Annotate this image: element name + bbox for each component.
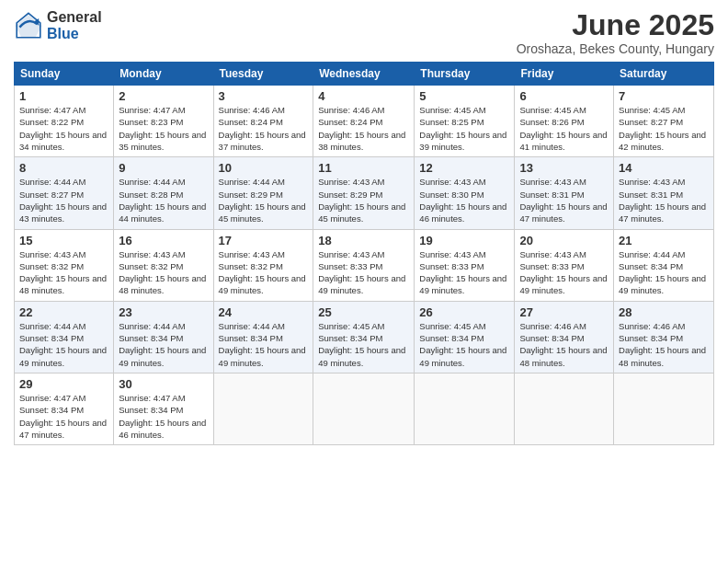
table-cell: 19 Sunrise: 4:43 AMSunset: 8:33 PMDaylig…	[415, 229, 515, 301]
week-row-1: 1 Sunrise: 4:47 AMSunset: 8:22 PMDayligh…	[15, 86, 714, 157]
table-cell: 9 Sunrise: 4:44 AMSunset: 8:28 PMDayligh…	[114, 157, 213, 229]
week-row-4: 22 Sunrise: 4:44 AMSunset: 8:34 PMDaylig…	[15, 301, 714, 373]
svg-marker-0	[16, 15, 42, 37]
day-number: 3	[219, 89, 309, 103]
day-info: Sunrise: 4:47 AMSunset: 8:34 PMDaylight:…	[119, 393, 206, 440]
day-number: 16	[119, 234, 208, 247]
day-info: Sunrise: 4:43 AMSunset: 8:30 PMDaylight:…	[419, 177, 506, 224]
day-number: 17	[219, 234, 309, 247]
day-number: 19	[419, 234, 509, 247]
table-cell: 26 Sunrise: 4:45 AMSunset: 8:34 PMDaylig…	[415, 301, 515, 373]
day-info: Sunrise: 4:43 AMSunset: 8:31 PMDaylight:…	[619, 177, 706, 224]
table-cell: 5 Sunrise: 4:45 AMSunset: 8:25 PMDayligh…	[415, 86, 515, 157]
day-info: Sunrise: 4:43 AMSunset: 8:33 PMDaylight:…	[419, 249, 506, 296]
day-number: 9	[119, 161, 208, 175]
logo-text: General Blue	[47, 9, 102, 41]
day-number: 30	[119, 377, 208, 391]
day-number: 10	[219, 161, 309, 175]
day-info: Sunrise: 4:46 AMSunset: 8:24 PMDaylight:…	[318, 105, 405, 152]
day-info: Sunrise: 4:43 AMSunset: 8:32 PMDaylight:…	[119, 249, 206, 296]
day-info: Sunrise: 4:46 AMSunset: 8:34 PMDaylight:…	[619, 321, 706, 368]
day-info: Sunrise: 4:43 AMSunset: 8:29 PMDaylight:…	[318, 177, 405, 224]
day-number: 26	[419, 305, 509, 319]
table-cell: 30 Sunrise: 4:47 AMSunset: 8:34 PMDaylig…	[114, 373, 213, 444]
day-number: 18	[318, 234, 409, 247]
day-number: 27	[519, 305, 609, 319]
col-monday: Monday	[114, 63, 213, 86]
day-number: 7	[619, 89, 709, 103]
day-number: 4	[318, 89, 409, 103]
table-cell: 6 Sunrise: 4:45 AMSunset: 8:26 PMDayligh…	[515, 86, 614, 157]
day-number: 29	[19, 377, 108, 391]
day-number: 24	[219, 305, 309, 319]
table-cell: 11 Sunrise: 4:43 AMSunset: 8:29 PMDaylig…	[313, 157, 415, 229]
table-cell: 7 Sunrise: 4:45 AMSunset: 8:27 PMDayligh…	[614, 86, 714, 157]
day-info: Sunrise: 4:47 AMSunset: 8:23 PMDaylight:…	[119, 105, 206, 152]
day-info: Sunrise: 4:44 AMSunset: 8:27 PMDaylight:…	[19, 177, 107, 224]
table-cell: 22 Sunrise: 4:44 AMSunset: 8:34 PMDaylig…	[15, 301, 114, 373]
table-cell: 28 Sunrise: 4:46 AMSunset: 8:34 PMDaylig…	[614, 301, 714, 373]
day-info: Sunrise: 4:45 AMSunset: 8:34 PMDaylight:…	[318, 321, 405, 368]
table-cell: 27 Sunrise: 4:46 AMSunset: 8:34 PMDaylig…	[515, 301, 614, 373]
table-cell: 18 Sunrise: 4:43 AMSunset: 8:33 PMDaylig…	[313, 229, 415, 301]
table-cell	[415, 373, 515, 444]
table-cell: 13 Sunrise: 4:43 AMSunset: 8:31 PMDaylig…	[515, 157, 614, 229]
day-info: Sunrise: 4:45 AMSunset: 8:26 PMDaylight:…	[519, 105, 607, 152]
col-wednesday: Wednesday	[313, 63, 415, 86]
col-friday: Friday	[515, 63, 614, 86]
day-info: Sunrise: 4:44 AMSunset: 8:29 PMDaylight:…	[219, 177, 306, 224]
table-cell: 8 Sunrise: 4:44 AMSunset: 8:27 PMDayligh…	[15, 157, 114, 229]
day-info: Sunrise: 4:43 AMSunset: 8:32 PMDaylight:…	[19, 249, 107, 296]
day-number: 13	[519, 161, 609, 175]
logo: General Blue	[14, 9, 102, 41]
day-info: Sunrise: 4:44 AMSunset: 8:34 PMDaylight:…	[119, 321, 206, 368]
table-cell: 10 Sunrise: 4:44 AMSunset: 8:29 PMDaylig…	[213, 157, 313, 229]
title-block: June 2025 Oroshaza, Bekes County, Hungar…	[517, 9, 714, 56]
day-number: 28	[619, 305, 709, 319]
day-info: Sunrise: 4:44 AMSunset: 8:28 PMDaylight:…	[119, 177, 206, 224]
day-number: 23	[119, 305, 208, 319]
logo-blue-text: Blue	[47, 26, 102, 42]
day-number: 8	[19, 161, 108, 175]
table-cell: 1 Sunrise: 4:47 AMSunset: 8:22 PMDayligh…	[15, 86, 114, 157]
table-cell: 16 Sunrise: 4:43 AMSunset: 8:32 PMDaylig…	[114, 229, 213, 301]
day-info: Sunrise: 4:45 AMSunset: 8:34 PMDaylight:…	[419, 321, 506, 368]
table-cell: 24 Sunrise: 4:44 AMSunset: 8:34 PMDaylig…	[213, 301, 313, 373]
col-tuesday: Tuesday	[213, 63, 313, 86]
table-cell: 14 Sunrise: 4:43 AMSunset: 8:31 PMDaylig…	[614, 157, 714, 229]
week-row-5: 29 Sunrise: 4:47 AMSunset: 8:34 PMDaylig…	[15, 373, 714, 444]
table-cell: 2 Sunrise: 4:47 AMSunset: 8:23 PMDayligh…	[114, 86, 213, 157]
table-cell: 23 Sunrise: 4:44 AMSunset: 8:34 PMDaylig…	[114, 301, 213, 373]
table-cell: 4 Sunrise: 4:46 AMSunset: 8:24 PMDayligh…	[313, 86, 415, 157]
week-row-2: 8 Sunrise: 4:44 AMSunset: 8:27 PMDayligh…	[15, 157, 714, 229]
table-cell: 29 Sunrise: 4:47 AMSunset: 8:34 PMDaylig…	[15, 373, 114, 444]
day-info: Sunrise: 4:46 AMSunset: 8:34 PMDaylight:…	[519, 321, 607, 368]
day-info: Sunrise: 4:44 AMSunset: 8:34 PMDaylight:…	[219, 321, 306, 368]
day-number: 2	[119, 89, 208, 103]
day-info: Sunrise: 4:43 AMSunset: 8:31 PMDaylight:…	[519, 177, 607, 224]
day-number: 22	[19, 305, 108, 319]
day-info: Sunrise: 4:45 AMSunset: 8:25 PMDaylight:…	[419, 105, 506, 152]
day-number: 15	[19, 234, 108, 247]
day-number: 20	[519, 234, 609, 247]
table-cell: 15 Sunrise: 4:43 AMSunset: 8:32 PMDaylig…	[15, 229, 114, 301]
week-row-3: 15 Sunrise: 4:43 AMSunset: 8:32 PMDaylig…	[15, 229, 714, 301]
calendar-title: June 2025	[517, 9, 714, 41]
day-number: 5	[419, 89, 509, 103]
table-cell	[313, 373, 415, 444]
table-cell: 3 Sunrise: 4:46 AMSunset: 8:24 PMDayligh…	[213, 86, 313, 157]
day-number: 12	[419, 161, 509, 175]
table-cell: 21 Sunrise: 4:44 AMSunset: 8:34 PMDaylig…	[614, 229, 714, 301]
table-cell	[614, 373, 714, 444]
header: General Blue June 2025 Oroshaza, Bekes C…	[14, 9, 714, 56]
col-saturday: Saturday	[614, 63, 714, 86]
day-info: Sunrise: 4:45 AMSunset: 8:27 PMDaylight:…	[619, 105, 706, 152]
day-info: Sunrise: 4:43 AMSunset: 8:33 PMDaylight:…	[519, 249, 607, 296]
day-number: 6	[519, 89, 609, 103]
table-cell: 20 Sunrise: 4:43 AMSunset: 8:33 PMDaylig…	[515, 229, 614, 301]
day-info: Sunrise: 4:43 AMSunset: 8:32 PMDaylight:…	[219, 249, 306, 296]
table-cell: 25 Sunrise: 4:45 AMSunset: 8:34 PMDaylig…	[313, 301, 415, 373]
day-info: Sunrise: 4:43 AMSunset: 8:33 PMDaylight:…	[318, 249, 405, 296]
day-info: Sunrise: 4:44 AMSunset: 8:34 PMDaylight:…	[619, 249, 706, 296]
col-thursday: Thursday	[415, 63, 515, 86]
